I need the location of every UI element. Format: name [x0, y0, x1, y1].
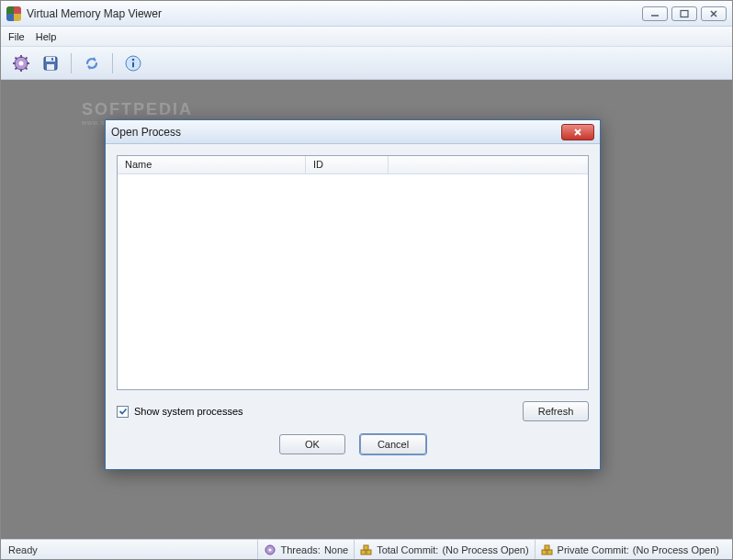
- ok-button[interactable]: OK: [279, 434, 345, 454]
- status-threads: Threads: None: [257, 540, 354, 559]
- svg-rect-14: [47, 64, 54, 70]
- status-ready: Ready: [8, 544, 257, 555]
- toolbar: [1, 47, 732, 80]
- listview-header: Name ID: [118, 156, 588, 174]
- dialog-titlebar[interactable]: Open Process: [106, 120, 600, 144]
- status-total-commit-value: (No Process Open): [442, 544, 528, 555]
- svg-rect-24: [542, 550, 547, 554]
- blocks-icon: [541, 543, 554, 556]
- svg-rect-22: [366, 550, 371, 554]
- svg-rect-1: [681, 10, 688, 17]
- minimize-icon: [649, 9, 660, 18]
- column-name[interactable]: Name: [118, 156, 306, 174]
- show-system-processes-checkbox[interactable]: [117, 406, 129, 418]
- status-private-commit-label: Private Commit:: [558, 544, 629, 555]
- listview-body[interactable]: [118, 174, 588, 389]
- close-button[interactable]: [701, 6, 727, 21]
- status-private-commit-value: (No Process Open): [633, 544, 719, 555]
- svg-rect-23: [364, 545, 368, 550]
- main-window: Virtual Memory Map Viewer File Help: [0, 0, 733, 560]
- minimize-button[interactable]: [642, 6, 668, 21]
- svg-rect-13: [46, 57, 55, 62]
- column-id[interactable]: ID: [306, 156, 389, 174]
- svg-rect-25: [547, 550, 552, 554]
- cancel-button[interactable]: Cancel: [360, 434, 426, 454]
- close-icon: [708, 9, 719, 18]
- menu-help[interactable]: Help: [36, 31, 57, 42]
- watermark-text: SOFTPEDIA: [82, 100, 193, 119]
- blocks-icon: [360, 543, 373, 556]
- svg-rect-15: [51, 58, 53, 61]
- dialog-close-button[interactable]: [561, 124, 594, 140]
- dialog-title: Open Process: [111, 126, 181, 139]
- window-title: Virtual Memory Map Viewer: [27, 7, 162, 20]
- save-icon: [41, 54, 60, 73]
- gear-icon: [264, 543, 276, 556]
- toolbar-separator: [71, 53, 72, 73]
- toolbar-separator: [112, 53, 113, 73]
- app-icon: [6, 6, 21, 21]
- open-process-dialog: Open Process Name ID: [105, 119, 601, 470]
- dialog-actions: OK Cancel: [117, 434, 589, 454]
- status-total-commit-label: Total Commit:: [377, 544, 438, 555]
- svg-point-3: [19, 61, 24, 65]
- status-private-commit: Private Commit: (No Process Open): [535, 540, 725, 559]
- client-area: SOFTPEDIA www.softpedia.com Open Process…: [1, 80, 732, 539]
- svg-rect-21: [361, 550, 366, 554]
- status-threads-label: Threads:: [280, 544, 320, 555]
- dialog-options-row: Show system processes Refresh: [117, 401, 589, 421]
- toolbar-settings-button[interactable]: [8, 50, 34, 76]
- svg-line-9: [26, 67, 28, 69]
- process-listview[interactable]: Name ID: [117, 155, 589, 390]
- svg-line-8: [16, 57, 17, 59]
- show-system-processes-label: Show system processes: [134, 406, 243, 417]
- refresh-button[interactable]: Refresh: [523, 401, 589, 421]
- toolbar-save-button[interactable]: [38, 50, 63, 76]
- toolbar-refresh-button[interactable]: [79, 50, 105, 76]
- menubar: File Help: [1, 27, 732, 47]
- titlebar[interactable]: Virtual Memory Map Viewer: [1, 1, 732, 27]
- statusbar: Ready Threads: None Total Commit: (No Pr…: [1, 539, 732, 559]
- svg-rect-26: [545, 545, 549, 550]
- gear-icon: [12, 54, 30, 73]
- close-icon: [572, 127, 583, 138]
- maximize-icon: [679, 9, 690, 18]
- toolbar-about-button[interactable]: [120, 50, 146, 76]
- svg-point-20: [269, 548, 272, 551]
- info-icon: [124, 54, 142, 73]
- menu-file[interactable]: File: [8, 31, 25, 42]
- maximize-button[interactable]: [671, 6, 697, 21]
- svg-rect-18: [132, 62, 134, 67]
- svg-line-11: [16, 67, 17, 69]
- svg-line-10: [26, 57, 28, 59]
- check-icon: [118, 407, 128, 416]
- svg-point-17: [132, 58, 135, 61]
- window-controls: [642, 6, 727, 21]
- dialog-body: Name ID Show system processes Refresh: [106, 144, 600, 469]
- status-total-commit: Total Commit: (No Process Open): [354, 540, 534, 559]
- refresh-icon: [83, 54, 101, 73]
- status-threads-value: None: [324, 544, 348, 555]
